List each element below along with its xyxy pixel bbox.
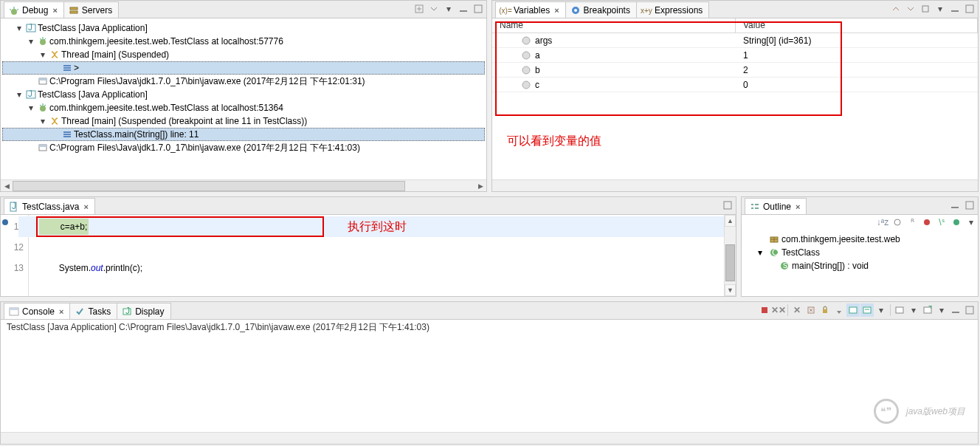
expand-icon[interactable]: ▾	[38, 49, 48, 60]
tree-row[interactable]: ▾Thread [main] (Suspended (breakpoint at…	[2, 114, 485, 128]
clear-console-icon[interactable]	[804, 303, 818, 317]
dropdown-icon[interactable]: ▾	[907, 303, 920, 317]
v-scrollbar[interactable]: ▲ ▼	[724, 215, 736, 296]
dropdown-icon[interactable]: ▾	[874, 303, 888, 317]
expand-icon[interactable]	[26, 76, 36, 86]
scroll-down-icon[interactable]: ▼	[725, 284, 736, 296]
tab-testclass[interactable]: J TestClass.java ×	[4, 198, 95, 214]
outline-row[interactable]: ▾CTestClass	[743, 246, 976, 259]
process-icon	[38, 76, 48, 86]
close-icon[interactable]: ×	[83, 202, 88, 211]
minimize-icon[interactable]	[948, 199, 962, 212]
expand-icon[interactable]: ▾	[38, 116, 48, 126]
maximize-icon[interactable]	[963, 303, 976, 317]
svg-text:C: C	[772, 248, 779, 257]
debug-target-icon	[38, 36, 48, 47]
expand-icon[interactable]	[50, 63, 61, 73]
console-dropdown-icon[interactable]	[893, 303, 906, 317]
h-scrollbar[interactable]	[1, 432, 978, 444]
scroll-lock-icon[interactable]	[818, 303, 832, 317]
expand-icon[interactable]: ▾	[26, 36, 36, 47]
scroll-up-icon[interactable]: ▲	[725, 215, 736, 227]
toolbar-btn[interactable]	[889, 2, 903, 16]
tree-row[interactable]: TestClass.main(String[]) line: 11	[2, 128, 485, 141]
outline-row[interactable]: smain(String[]) : void	[743, 259, 976, 272]
tree-row[interactable]: ▾com.thinkgem.jeesite.test.web.TestClass…	[2, 35, 485, 48]
expand-icon[interactable]: ▾	[26, 103, 36, 113]
svg-rect-63	[952, 312, 959, 313]
local-icon	[522, 66, 531, 75]
pin-console-icon[interactable]	[832, 303, 846, 317]
variable-row[interactable]: c0	[492, 78, 978, 92]
code-line[interactable]: System.out.println(c);	[39, 258, 736, 278]
expand-icon[interactable]: ▾	[14, 89, 24, 100]
outline-tree[interactable]: com.thinkgem.jeesite.test.web▾CTestClass…	[742, 230, 978, 296]
sort-icon[interactable]: ↓ªz	[876, 216, 889, 228]
terminate-icon[interactable]	[758, 303, 771, 317]
debug-tree[interactable]: ▾JTestClass [Java Application]▾com.think…	[1, 18, 486, 179]
remove-all-icon[interactable]: ✕✕	[772, 303, 785, 317]
toolbar-dropdown[interactable]: ▾	[934, 2, 947, 16]
code-line[interactable]	[39, 237, 736, 258]
close-icon[interactable]: ×	[52, 6, 57, 15]
h-scrollbar[interactable]	[492, 179, 978, 191]
minimize-icon[interactable]	[457, 2, 470, 16]
tree-row[interactable]: ▾com.thinkgem.jeesite.test.web.TestClass…	[2, 101, 485, 114]
expand-icon[interactable]	[50, 129, 61, 140]
filter-nonpublic-icon[interactable]	[920, 216, 934, 228]
close-icon[interactable]: ×	[554, 6, 559, 15]
close-icon[interactable]: ×	[59, 307, 63, 316]
toolbar-btn[interactable]	[904, 2, 917, 16]
filter-static-icon[interactable]: ᴿ	[905, 216, 919, 228]
toolbar-dropdown[interactable]: ▾	[442, 2, 455, 16]
outline-row[interactable]: com.thinkgem.jeesite.test.web	[743, 233, 976, 246]
remove-launch-icon[interactable]: ✕	[790, 303, 804, 317]
minimize-icon[interactable]	[949, 303, 962, 317]
col-value[interactable]: Value	[736, 18, 978, 32]
dropdown-icon[interactable]: ▾	[935, 303, 948, 317]
outline-label: com.thinkgem.jeesite.test.web	[781, 234, 900, 244]
tab-display[interactable]: J Display	[117, 303, 170, 319]
tree-row[interactable]: ▾JTestClass [Java Application]	[2, 21, 485, 35]
variable-row[interactable]: argsString[0] (id=361)	[492, 33, 978, 48]
tree-row[interactable]: ▾Thread [main] (Suspended)	[2, 48, 485, 61]
toolbar-btn[interactable]	[919, 2, 932, 16]
expand-icon[interactable]: ▾	[14, 23, 24, 33]
tab-servers[interactable]: Servers	[63, 1, 119, 18]
tab-console[interactable]: Console ×	[4, 303, 70, 319]
tree-row[interactable]: ▾JTestClass [Java Application]	[2, 88, 485, 101]
toolbar-dropdown[interactable]: ▾	[965, 216, 978, 228]
tree-row[interactable]: C:\Program Files\Java\jdk1.7.0_17\bin\ja…	[2, 141, 485, 154]
h-scrollbar[interactable]: ◀ ▶	[1, 179, 486, 191]
expand-icon[interactable]	[26, 143, 36, 153]
toolbar-btn[interactable]	[427, 2, 441, 16]
expand-icon[interactable]: ▾	[758, 247, 767, 258]
new-console-icon[interactable]: +	[921, 303, 934, 317]
tab-breakpoints[interactable]: Breakpoints	[565, 1, 637, 18]
maximize-icon[interactable]	[472, 2, 485, 16]
console-output[interactable]	[1, 335, 978, 432]
toolbar-btn[interactable]	[413, 2, 426, 16]
breakpoint-marker[interactable]	[2, 219, 8, 225]
variable-row[interactable]: a1	[492, 48, 978, 63]
tab-expressions[interactable]: x+y Expressions	[636, 1, 709, 18]
tree-row[interactable]: >	[2, 61, 485, 75]
col-name[interactable]: Name	[492, 18, 736, 32]
tab-debug[interactable]: Debug ×	[4, 1, 64, 18]
tab-outline[interactable]: Outline ×	[745, 198, 807, 214]
tree-row[interactable]: C:\Program Files\Java\jdk1.7.0_17\bin\ja…	[2, 75, 485, 88]
filter-fields-icon[interactable]	[891, 216, 904, 228]
maximize-icon[interactable]	[963, 2, 976, 16]
scroll-thumb[interactable]	[725, 244, 735, 281]
display-selected-icon[interactable]	[846, 303, 860, 317]
minimize-icon[interactable]	[948, 2, 962, 16]
tab-variables[interactable]: (x)= Variables ×	[495, 1, 566, 18]
filter-local-icon[interactable]: \ˢ	[935, 216, 948, 228]
maximize-icon[interactable]	[721, 199, 734, 212]
maximize-icon[interactable]	[963, 199, 976, 212]
open-console-icon[interactable]	[860, 303, 874, 317]
close-icon[interactable]: ×	[796, 202, 800, 211]
hide-icon[interactable]	[950, 216, 963, 228]
variable-row[interactable]: b2	[492, 63, 978, 78]
tab-tasks[interactable]: Tasks	[69, 303, 117, 319]
